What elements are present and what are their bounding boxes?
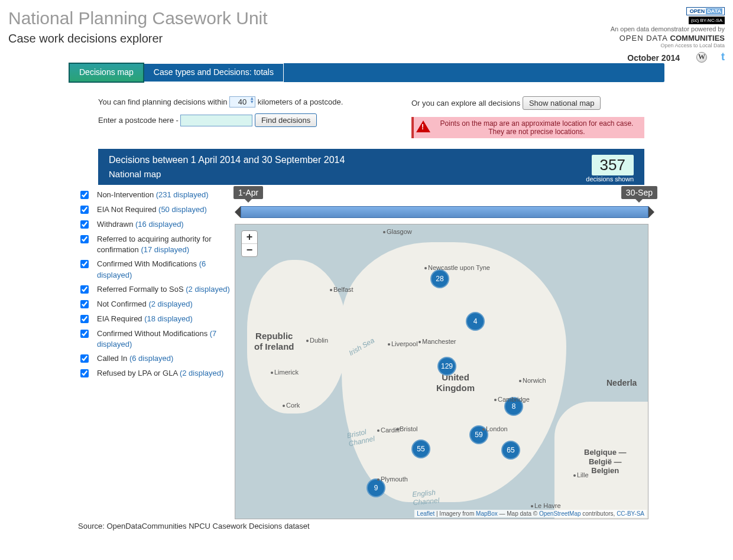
- map-cluster[interactable]: 4: [466, 312, 485, 331]
- filter-count: (2 displayed): [148, 299, 192, 308]
- map-cluster[interactable]: 129: [437, 357, 456, 376]
- country-label-ireland: Republicof Ireland: [254, 331, 294, 352]
- filter-checkbox[interactable]: [80, 330, 89, 338]
- filter-label: EIA Required (18 displayed): [97, 314, 235, 324]
- city-label: Cork: [283, 402, 300, 409]
- map-header: Decisions between 1 April 2014 and 30 Se…: [98, 149, 644, 185]
- map-cluster[interactable]: 65: [501, 441, 520, 460]
- city-label: Norwich: [519, 377, 546, 384]
- filter-count: (18 displayed): [144, 314, 193, 323]
- city-label: London: [482, 425, 508, 432]
- city-label: Dublin: [306, 337, 328, 344]
- page-title: National Planning Casework Unit: [8, 8, 268, 28]
- city-label: Liverpool: [388, 340, 418, 347]
- filter-checkbox[interactable]: [80, 260, 89, 268]
- zoom-out-button[interactable]: −: [242, 244, 257, 256]
- filter-row: Refused by LPA or GLA (2 displayed): [78, 368, 235, 379]
- twitter-icon[interactable]: t: [721, 51, 725, 63]
- filter-row: Withdrawn (16 displayed): [78, 219, 235, 230]
- city-label: Le Havre: [531, 502, 561, 509]
- show-national-map-button[interactable]: Show national map: [523, 96, 601, 110]
- map-pane[interactable]: + − Republicof Ireland UnitedKingdom Ned…: [235, 224, 648, 519]
- date-slider[interactable]: 1-Apr 30-Sep: [235, 180, 648, 222]
- postcode-input[interactable]: [180, 115, 252, 126]
- country-label-nl: Nederla: [606, 378, 637, 388]
- filter-label: Non-Intervention (231 displayed): [97, 190, 235, 200]
- page-subtitle: Case work decisions explorer: [8, 32, 268, 45]
- leaflet-link[interactable]: Leaflet: [417, 510, 434, 517]
- filter-label: Not Confirmed (2 displayed): [97, 299, 235, 310]
- ccbysa-link[interactable]: CC-BY-SA: [617, 510, 644, 517]
- find-prefix-text: You can find planning decisions within: [98, 97, 228, 106]
- km-input[interactable]: 40 ▲▼: [229, 96, 255, 108]
- km-spinner[interactable]: ▲▼: [249, 97, 254, 104]
- filter-checkbox[interactable]: [80, 235, 89, 243]
- tab-case-types[interactable]: Case types and Decisions: totals: [144, 63, 284, 82]
- city-label: Cambridge: [494, 396, 530, 403]
- filter-row: Referred to acquiring authority for conf…: [78, 234, 235, 255]
- tab-bar: Decisions map Case types and Decisions: …: [69, 63, 664, 82]
- filter-label: Referred to acquiring authority for conf…: [97, 234, 235, 255]
- slider-track[interactable]: [241, 206, 648, 218]
- filter-row: Confirmed Without Modifications (7 displ…: [78, 328, 235, 350]
- or-explore-text: Or you can explore all decisions: [411, 99, 520, 108]
- filter-checkbox[interactable]: [80, 315, 89, 323]
- find-decisions-button[interactable]: Find decisions: [255, 113, 317, 127]
- powered-by-text: An open data demonstrator powered by: [611, 25, 725, 32]
- city-label: Plymouth: [377, 476, 408, 483]
- slider-arrow-right[interactable]: [648, 206, 654, 218]
- filter-checkbox[interactable]: [80, 191, 89, 199]
- filter-label: EIA Not Required (50 displayed): [97, 204, 235, 215]
- map-cluster[interactable]: 28: [430, 269, 449, 288]
- filter-checkbox[interactable]: [80, 285, 89, 294]
- country-label-be: Belgique —België —Belgien: [584, 448, 627, 476]
- filter-count: (2 displayed): [186, 285, 229, 294]
- city-label: Limerick: [271, 369, 299, 376]
- filter-checkbox[interactable]: [80, 369, 89, 377]
- cc-badge[interactable]: (cc) BY-NC-SA: [689, 17, 725, 24]
- filter-row: Non-Intervention (231 displayed): [78, 190, 235, 201]
- map-cluster[interactable]: 55: [411, 439, 430, 458]
- open-data-badge[interactable]: OPEN DATA: [686, 7, 725, 15]
- filter-count: (6 displayed): [97, 259, 206, 279]
- city-label: Lille: [573, 471, 589, 478]
- filter-checkbox[interactable]: [80, 220, 89, 229]
- odc-logo[interactable]: OPEN DATA COMMUNITIES: [611, 34, 725, 43]
- mapbox-link[interactable]: MapBox: [476, 510, 498, 517]
- decisions-count: 357: [592, 155, 634, 175]
- find-suffix-text: kilometers of a postcode.: [258, 97, 343, 106]
- filter-count: (231 displayed): [156, 190, 209, 199]
- wordpress-icon[interactable]: W: [696, 52, 707, 63]
- map-scope: National map: [109, 169, 345, 179]
- enter-postcode-label: Enter a postcode here -: [98, 116, 179, 125]
- filter-checkbox[interactable]: [80, 206, 89, 214]
- filter-row: EIA Required (18 displayed): [78, 314, 235, 325]
- sea-label-english: EnglishChannel: [412, 488, 440, 507]
- filter-label: Withdrawn (16 displayed): [97, 219, 235, 230]
- filter-label: Called In (6 displayed): [97, 353, 235, 364]
- slider-end-tag[interactable]: 30-Sep: [621, 186, 657, 199]
- city-label: Newcastle upon Tyne: [424, 264, 490, 271]
- country-label-uk: UnitedKingdom: [436, 372, 475, 393]
- osm-link[interactable]: OpenStreetMap: [539, 510, 581, 517]
- filter-row: Called In (6 displayed): [78, 353, 235, 364]
- filter-count: (17 displayed): [141, 245, 189, 254]
- filter-label: Referred Formally to SoS (2 displayed): [97, 284, 235, 295]
- filter-checkbox[interactable]: [80, 354, 89, 363]
- zoom-in-button[interactable]: +: [242, 231, 257, 244]
- slider-arrow-left[interactable]: [235, 206, 241, 218]
- tab-decisions-map[interactable]: Decisions map: [69, 63, 144, 83]
- filter-label: Refused by LPA or GLA (2 displayed): [97, 368, 235, 379]
- filter-row: Confirmed With Modifications (6 displaye…: [78, 259, 235, 280]
- slider-start-tag[interactable]: 1-Apr: [233, 186, 263, 199]
- header-date: October 2014: [627, 53, 680, 63]
- warning-icon: [416, 121, 430, 132]
- filter-count: (7 displayed): [97, 329, 216, 349]
- filter-row: EIA Not Required (50 displayed): [78, 204, 235, 216]
- source-line: Source: OpenDataCommunities NPCU Casewor…: [78, 522, 733, 530]
- filter-row: Not Confirmed (2 displayed): [78, 299, 235, 310]
- filter-count: (16 displayed): [135, 220, 184, 229]
- filter-checkbox[interactable]: [80, 300, 89, 308]
- city-label: Glasgow: [383, 228, 412, 235]
- filter-count: (6 displayed): [129, 354, 173, 363]
